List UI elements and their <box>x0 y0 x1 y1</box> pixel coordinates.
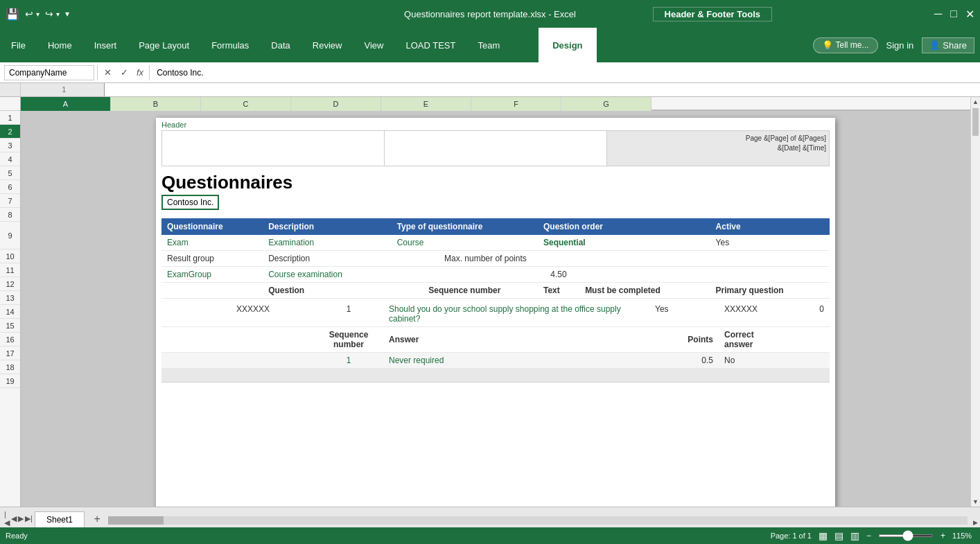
tab-formulas[interactable]: Formulas <box>200 28 260 62</box>
confirm-btn[interactable]: ✓ <box>117 66 131 80</box>
horizontal-scrollbar[interactable] <box>108 516 968 525</box>
cell-question-text: Should you do your school supply shoppin… <box>383 301 649 327</box>
share-icon: 👤 <box>929 40 940 50</box>
data-table: Questionnaire Description Type of questi… <box>161 218 830 299</box>
cell-no: No <box>719 353 788 369</box>
column-headers: A B C D E F G <box>21 97 970 111</box>
zoom-out-icon[interactable]: − <box>866 531 871 541</box>
zoom-slider[interactable] <box>878 534 934 537</box>
zoom-in-icon[interactable]: + <box>940 531 945 541</box>
cell-yes: Yes <box>710 235 830 251</box>
ans-header-seqnum: Sequence number <box>314 327 383 353</box>
restore-icon[interactable]: □ <box>950 8 957 21</box>
table-row-answer-data: 1 Never required 0.5 No <box>161 353 830 369</box>
col-header-e[interactable]: E <box>381 97 471 111</box>
col-header-c[interactable]: C <box>201 97 291 111</box>
lightbulb-icon: 💡 <box>822 40 833 51</box>
tab-page-layout[interactable]: Page Layout <box>128 28 200 62</box>
col-header-a[interactable]: A <box>21 97 111 111</box>
fx-label: fx <box>134 67 146 78</box>
th-questionnaire: Questionnaire <box>161 218 263 235</box>
view-normal-btn[interactable]: ▦ <box>819 530 828 541</box>
tell-me-label: Tell me... <box>836 40 869 50</box>
name-box[interactable] <box>4 65 94 80</box>
cell-result-group: Result group <box>161 251 263 267</box>
save-icon[interactable]: 💾 <box>6 8 19 21</box>
minimize-icon[interactable]: ─ <box>934 8 942 21</box>
customize-icon[interactable]: ▾ <box>65 9 69 19</box>
tab-insert[interactable]: Insert <box>83 28 128 62</box>
page-info: Page: 1 of 1 <box>771 532 812 540</box>
tab-view[interactable]: View <box>353 28 394 62</box>
tools-label: Header & Footer Tools <box>665 9 760 19</box>
title-text: Questionnaires report template.xlsx - Ex… <box>404 9 576 19</box>
redo-dropdown-icon[interactable]: ▾ <box>56 10 60 18</box>
row-num-8: 8 <box>0 208 20 222</box>
redo-icon[interactable]: ↪ <box>45 8 53 19</box>
signin-button[interactable]: Sign in <box>886 40 914 51</box>
undo-icon[interactable]: ↩ <box>25 8 33 19</box>
cell-must-yes: Yes <box>649 301 719 327</box>
row-num-19: 19 <box>0 374 20 388</box>
tab-load-test[interactable]: LOAD TEST <box>394 28 466 62</box>
col-header-b[interactable]: B <box>111 97 201 111</box>
question-data-section: XXXXXX 1 Should you do your school suppl… <box>161 301 830 438</box>
ready-label: Ready <box>6 532 28 540</box>
th-active: Active <box>710 218 830 235</box>
th-description: Description <box>263 218 392 235</box>
sub-header-must-complete: Must be completed <box>579 283 710 299</box>
cell-sequential: Sequential <box>538 235 710 251</box>
nav-arrows-left[interactable]: |◀◀▶▶| <box>0 510 35 527</box>
cell-examgroup: ExamGroup <box>161 267 263 283</box>
col-header-f[interactable]: F <box>471 97 561 111</box>
view-page-btn[interactable]: ▤ <box>834 530 843 541</box>
row-num-16: 16 <box>0 333 20 346</box>
header-label: Header <box>161 121 830 129</box>
ribbon-right: 💡 Tell me... Sign in 👤 Share <box>813 37 980 53</box>
row-num-9: 9 <box>0 222 20 249</box>
table-row-empty <box>161 396 830 410</box>
tab-design[interactable]: Design <box>539 28 596 62</box>
tab-file[interactable]: File <box>0 28 37 62</box>
row-num-14: 14 <box>0 305 20 319</box>
scroll-up-arrow[interactable]: ▲ <box>971 97 980 107</box>
share-button[interactable]: 👤 Share <box>922 37 974 53</box>
table-row: Result group Description Max. number of … <box>161 251 830 267</box>
add-sheet-button[interactable]: + <box>89 511 105 527</box>
table-row-subheader: Question Sequence number Text Must be co… <box>161 283 830 299</box>
scroll-right-arrow[interactable]: ▶ <box>970 518 980 527</box>
header-right[interactable]: Page &[Page] of &[Pages]&[Date] &[Time] <box>607 131 829 166</box>
share-label: Share <box>943 40 967 51</box>
sheet-tab-sheet1[interactable]: Sheet1 <box>35 511 85 527</box>
table-row-gray <box>161 369 830 383</box>
formula-input[interactable] <box>152 65 976 80</box>
undo-dropdown-icon[interactable]: ▾ <box>36 10 40 18</box>
table-row-empty <box>161 424 830 438</box>
row-num-1: 1 <box>0 111 20 125</box>
company-name-cell[interactable]: Contoso Inc. <box>161 195 219 210</box>
table-row: XXXXXX 1 Should you do your school suppl… <box>161 301 830 327</box>
th-type: Type of questionnaire <box>392 218 538 235</box>
col-header-d[interactable]: D <box>291 97 381 111</box>
header-center[interactable] <box>385 131 607 166</box>
table-row-answer-header: Sequence number Answer Points Correct an… <box>161 327 830 353</box>
cell-primary-xxxxxx: XXXXXX <box>719 301 788 327</box>
cell-max-points-label: Max. number of points <box>392 251 579 267</box>
tab-review[interactable]: Review <box>301 28 353 62</box>
cancel-btn[interactable]: ✕ <box>100 66 114 80</box>
header-left[interactable] <box>162 131 385 166</box>
cell-exam: Exam <box>161 235 263 251</box>
row-num-2: 2 <box>0 125 20 139</box>
vertical-scrollbar[interactable]: ▲ ▼ <box>970 97 980 507</box>
scroll-down-arrow[interactable]: ▼ <box>971 497 980 507</box>
tell-me-box[interactable]: 💡 Tell me... <box>813 37 878 53</box>
header-right-text: Page &[Page] of &[Pages]&[Date] &[Time] <box>746 134 826 152</box>
tab-home[interactable]: Home <box>37 28 83 62</box>
cell-answer-0: 0 <box>788 301 830 327</box>
close-icon[interactable]: ✕ <box>965 8 974 21</box>
scroll-thumb[interactable] <box>972 108 979 136</box>
tab-team[interactable]: Team <box>466 28 511 62</box>
col-header-g[interactable]: G <box>561 97 651 111</box>
tab-data[interactable]: Data <box>260 28 301 62</box>
view-break-btn[interactable]: ▥ <box>850 530 859 541</box>
